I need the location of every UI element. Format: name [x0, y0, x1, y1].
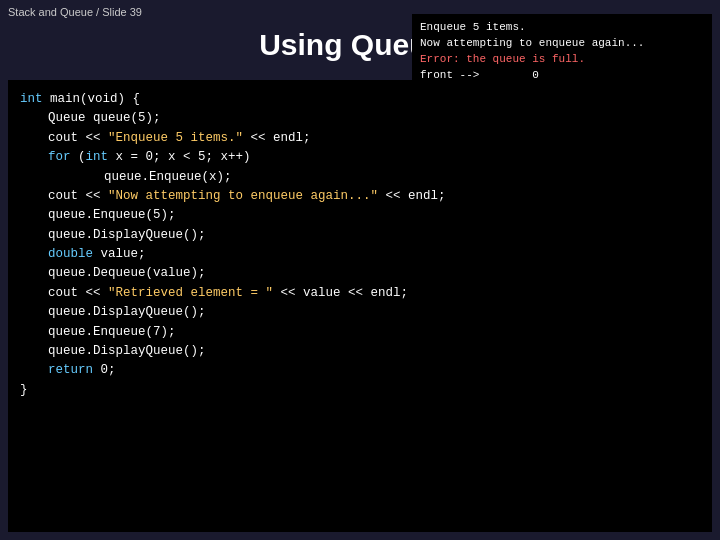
output-front-label-1: front --> [420, 69, 479, 81]
code-line-08: queue.DisplayQueue(); [48, 226, 700, 245]
code-panel: int main(void) { Queue queue(5); cout <<… [8, 80, 712, 532]
code-line-16: } [20, 381, 700, 400]
output-val-0: 0 [532, 69, 539, 81]
code-line-10: queue.Dequeue(value); [48, 264, 700, 283]
code-line-04: for (int x = 0; x < 5; x++) [48, 148, 700, 167]
code-line-14: queue.DisplayQueue(); [48, 342, 700, 361]
code-line-05: queue.Enqueue(x); [104, 168, 700, 187]
code-line-12: queue.DisplayQueue(); [48, 303, 700, 322]
code-line-15: return 0; [48, 361, 700, 380]
code-line-09: double value; [48, 245, 700, 264]
code-line-03: cout << "Enqueue 5 items." << endl; [48, 129, 700, 148]
code-line-06: cout << "Now attempting to enqueue again… [48, 187, 700, 206]
breadcrumb: Stack and Queue / Slide 39 [8, 6, 142, 18]
code-line-01: int main(void) { [20, 90, 700, 109]
code-line-13: queue.Enqueue(7); [48, 323, 700, 342]
output-line-1: Enqueue 5 items. [420, 20, 704, 36]
output-line-3: Error: the queue is full. [420, 52, 704, 68]
code-line-07: queue.Enqueue(5); [48, 206, 700, 225]
code-line-02: Queue queue(5); [48, 109, 700, 128]
code-line-11: cout << "Retrieved element = " << value … [48, 284, 700, 303]
output-line-2: Now attempting to enqueue again... [420, 36, 704, 52]
